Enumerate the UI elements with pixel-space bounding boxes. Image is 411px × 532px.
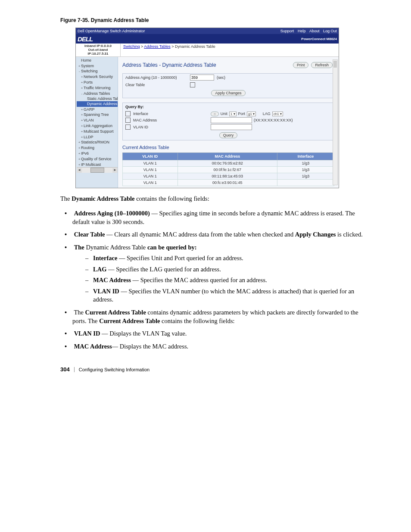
query-button[interactable]: Query	[219, 132, 238, 138]
crumb-address-tables[interactable]: Address Tables	[144, 44, 170, 49]
table-cell: 00:0f:fe:1c:f2:67	[177, 167, 277, 173]
interface-radio[interactable]: ○	[211, 112, 219, 116]
interface-label: Interface	[133, 112, 176, 116]
apply-changes-button[interactable]: Apply Changes	[211, 90, 245, 96]
column-header: VLAN ID	[123, 153, 178, 160]
sidebar-item[interactable]: Home	[77, 58, 118, 63]
current-address-title: Current Address Table	[122, 145, 334, 150]
sidebar-item[interactable]: Static Address Tab	[77, 96, 118, 101]
sidebar-item-label: Static Address Tab	[87, 96, 118, 101]
sidebar-item[interactable]: +Multicast Support	[77, 129, 118, 134]
list-item: The Current Address Table contains dynam…	[72, 308, 368, 325]
content-pane: Print Refresh Address Tables - Dynamic A…	[118, 57, 339, 188]
sidebar-item[interactable]: +Link Aggregation	[77, 123, 118, 129]
vlan-input[interactable]	[211, 124, 252, 130]
expand-icon[interactable]: +	[80, 130, 84, 134]
link-logout[interactable]: Log Out	[323, 29, 337, 33]
sidebar-item-label: GARP	[84, 107, 95, 112]
expand-icon[interactable]: +	[78, 64, 81, 69]
sidebar-item[interactable]: +Network Security	[77, 74, 118, 80]
expand-icon[interactable]: +	[78, 157, 81, 162]
sidebar-item-label: IP Multicast	[81, 162, 101, 167]
mac-input[interactable]	[211, 117, 252, 123]
interface-checkbox[interactable]	[125, 111, 131, 116]
aging-input[interactable]	[190, 75, 214, 81]
unit-select[interactable]: 1 ▾	[229, 112, 237, 116]
horizontal-scrollbar[interactable]: ◄►	[77, 167, 118, 173]
brand-bar: DELL PowerConnect M8024	[76, 34, 339, 44]
window-titlebar: Dell OpenManage Switch Administrator Sup…	[76, 28, 339, 34]
port-select[interactable]: g1 ▾	[247, 112, 256, 116]
expand-icon[interactable]: +	[78, 140, 81, 145]
sidebar-item[interactable]: -Switching	[77, 68, 118, 74]
sidebar-item-label: Quality of Service	[81, 157, 112, 161]
clear-table-checkbox[interactable]	[190, 82, 195, 87]
sidebar-item[interactable]: +VLAN	[77, 118, 118, 123]
list-item: VLAN ID — Specifies the VLAN number (to …	[93, 287, 368, 304]
expand-icon[interactable]: +	[78, 146, 81, 151]
expand-icon[interactable]: -	[78, 69, 81, 74]
sidebar-item-label: LLDP	[84, 135, 93, 139]
expand-icon[interactable]: -	[80, 92, 84, 96]
sidebar-item[interactable]: Dynamic Address	[77, 101, 118, 106]
vlan-label: VLAN ID	[133, 125, 176, 129]
sidebar-item[interactable]: +Ports	[77, 80, 118, 85]
model-label: PowerConnect M8024	[301, 37, 337, 41]
sidebar-item[interactable]: +LLDP	[77, 134, 118, 140]
sidebar-item[interactable]: +Routing	[77, 145, 118, 151]
print-button[interactable]: Print	[293, 62, 309, 68]
section-name: Configuring Switching Information	[79, 367, 149, 372]
lag-select[interactable]: ch1 ▾	[272, 112, 283, 116]
table-cell: 00:0c:76:05:e2:82	[177, 160, 277, 167]
sidebar-item-label: Statistics/RMON	[81, 140, 109, 144]
sidebar-item[interactable]: +Spanning Tree	[77, 112, 118, 118]
aging-unit: (sec)	[217, 75, 225, 80]
sidebar-item-label: Address Tables	[84, 91, 110, 96]
clear-table-label: Clear Table	[125, 83, 190, 87]
expand-icon[interactable]: +	[80, 113, 84, 118]
documentation-text: The Dynamic Address Table contains the f…	[26, 195, 385, 351]
query-by-header: Query By:	[123, 103, 334, 111]
crumb-switching[interactable]: Switching	[123, 44, 140, 49]
sidebar-item[interactable]: +IP Multicast	[77, 162, 118, 168]
vertical-scrollbar[interactable]	[333, 59, 338, 185]
titlebar-links: Support Help About Log Out	[278, 28, 337, 34]
link-support[interactable]: Support	[280, 29, 294, 33]
expand-icon[interactable]: +	[78, 163, 81, 168]
table-row: VLAN 100:11:88:1a:45:031/g3	[123, 173, 334, 180]
sidebar-item[interactable]: +Statistics/RMON	[77, 140, 118, 145]
table-cell: 1/g3	[277, 167, 334, 173]
refresh-button[interactable]: Refresh	[311, 62, 333, 68]
expand-icon[interactable]: +	[80, 124, 84, 129]
app-title: Dell OpenManage Switch Administrator	[78, 28, 145, 34]
expand-icon[interactable]: +	[78, 152, 81, 156]
expand-icon[interactable]: +	[80, 81, 84, 85]
link-help[interactable]: Help	[298, 29, 306, 33]
expand-icon[interactable]: +	[80, 86, 84, 91]
crumb-current: Dynamic Address Table	[175, 44, 215, 49]
list-item: Interface — Specifies Unit and Port quer…	[93, 254, 368, 263]
table-cell: VLAN 1	[123, 173, 178, 180]
table-cell: 1/g3	[277, 160, 334, 167]
aging-panel: Address Aging (10 - 1000000) (sec) Clear…	[122, 73, 334, 98]
sidebar-item[interactable]: +GARP	[77, 107, 118, 112]
sidebar-item[interactable]: -Address Tables	[77, 91, 118, 96]
nav-sidebar[interactable]: Home+System-Switching+Network Security+P…	[76, 57, 118, 188]
column-header: Interface	[277, 153, 334, 160]
expand-icon[interactable]: +	[80, 75, 84, 80]
table-cell: 00:fc:e3:90:01:45	[177, 180, 277, 186]
expand-icon[interactable]: +	[80, 118, 84, 123]
sidebar-item[interactable]: +System	[77, 63, 118, 69]
sidebar-item-label: Link Aggregation	[84, 124, 112, 128]
sidebar-item[interactable]: +IPv6	[77, 151, 118, 156]
expand-icon[interactable]: +	[80, 135, 84, 140]
vlan-checkbox[interactable]	[125, 124, 131, 130]
table-cell: VLAN 1	[123, 180, 178, 186]
table-row: VLAN 100:0f:fe:1c:f2:671/g3	[123, 167, 334, 173]
sidebar-item-label: System	[81, 64, 94, 68]
expand-icon[interactable]: +	[80, 108, 84, 112]
sidebar-item[interactable]: +Traffic Mirroring	[77, 85, 118, 91]
mac-checkbox[interactable]	[125, 118, 131, 123]
link-about[interactable]: About	[309, 29, 320, 33]
sidebar-item[interactable]: +Quality of Service	[77, 156, 118, 162]
